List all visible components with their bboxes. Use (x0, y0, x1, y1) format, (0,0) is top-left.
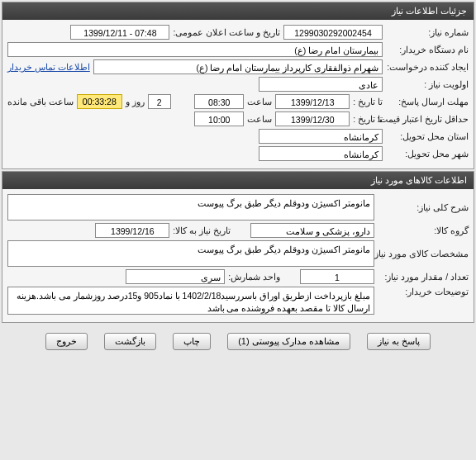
panel2-body: شرح کلی نیاز: مانومتر اکسیژن ودوقلم دیگر… (2, 189, 474, 322)
panel1-title: جزئیات اطلاعات نیاز (2, 2, 474, 20)
pub-dt-field: 1399/12/11 - 07:48 (70, 25, 169, 40)
delivery-city-field: کرمانشاه (259, 146, 383, 161)
reply-deadline-label: مهلت ارسال پاسخ: (386, 97, 469, 107)
buyer-note-label: توضیحات خریدار: (378, 287, 469, 296)
buyer-org-field: بیمارستان امام رضا (ع) (7, 42, 383, 57)
spec-field: مانومتر اکسیژن ودوقلم دیگر طبق برگ پیوست (7, 240, 374, 267)
pub-dt-label: تاریخ و ساعت اعلان عمومی: (173, 27, 280, 37)
delivery-prov-field: کرمانشاه (259, 129, 383, 144)
group-label: گروه کالا: (378, 225, 469, 235)
goods-info-panel: اطلاعات کالاهای مورد نیاز شرح کلی نیاز: … (2, 171, 474, 323)
buyer-note-field: مبلغ بازپرداخت ازطریق اوراق باسررسید1402… (7, 287, 374, 315)
need-date-field: 1399/12/16 (95, 223, 169, 238)
need-date-label: تاریخ نیاز به کالا: (173, 225, 231, 235)
countdown-field: 00:33:28 (77, 94, 122, 109)
unit-label: واحد شمارش: (228, 272, 280, 282)
buyer-org-label: نام دستگاه خریدار: (386, 45, 469, 55)
view-attachments-button[interactable]: مشاهده مدارک پیوستی (1) (227, 333, 350, 350)
priority-label: اولویت نیاز : (386, 79, 469, 89)
reply-date-field: 1399/12/13 (275, 94, 350, 109)
group-field: دارو، پزشکی و سلامت (250, 223, 374, 238)
requester-label: ایجاد کننده درخواست: (386, 62, 469, 72)
delivery-city-label: شهر محل تحویل: (386, 149, 469, 159)
desc-label: شرح کلی نیاز: (378, 202, 469, 212)
need-no-label: شماره نیاز: (386, 27, 469, 37)
delivery-prov-label: استان محل تحویل: (386, 131, 469, 141)
exit-button[interactable]: خروج (45, 333, 88, 350)
time-label-1: ساعت (247, 97, 272, 107)
reply-button[interactable]: پاسخ به نیاز (367, 333, 431, 350)
qty-field: 1 (300, 269, 374, 284)
time-label-2: ساعت (247, 114, 272, 124)
days-label: روز و (126, 97, 145, 107)
desc-field: مانومتر اکسیژن ودوقلم دیگر طبق برگ پیوست (7, 194, 374, 221)
to-date-label-2: تا تاریخ : (353, 114, 383, 124)
panel2-title: اطلاعات کالاهای مورد نیاز (2, 172, 474, 189)
min-validity-label: حداقل تاریخ اعتبار قیمت: (386, 114, 469, 124)
unit-field: سری (126, 269, 225, 284)
button-bar: پاسخ به نیاز مشاهده مدارک پیوستی (1) چاپ… (0, 325, 476, 355)
remain-label: ساعت باقی مانده (7, 97, 74, 107)
qty-label: تعداد / مقدار مورد نیاز: (378, 272, 469, 282)
validity-date-field: 1399/12/30 (275, 111, 350, 126)
need-details-panel: جزئیات اطلاعات نیاز شماره نیاز: 12990302… (2, 2, 474, 169)
back-button[interactable]: بازگشت (104, 333, 156, 350)
priority-field: عادی (259, 77, 383, 92)
requester-field: شهرام ذوالفقاری کارپرداز بیمارستان امام … (93, 59, 383, 74)
to-date-label: تا تاریخ : (353, 97, 383, 107)
reply-time-field: 08:30 (194, 94, 244, 109)
buyer-contact-link[interactable]: اطلاعات تماس خریدار (7, 62, 90, 72)
need-no-field: 1299030292002454 (283, 25, 383, 40)
print-button[interactable]: چاپ (173, 333, 211, 350)
validity-time-field: 10:00 (194, 111, 244, 126)
spec-label: مشخصات کالای مورد نیاز: (378, 249, 469, 258)
panel1-body: شماره نیاز: 1299030292002454 تاریخ و ساع… (2, 20, 474, 168)
days-field: 2 (148, 94, 171, 109)
